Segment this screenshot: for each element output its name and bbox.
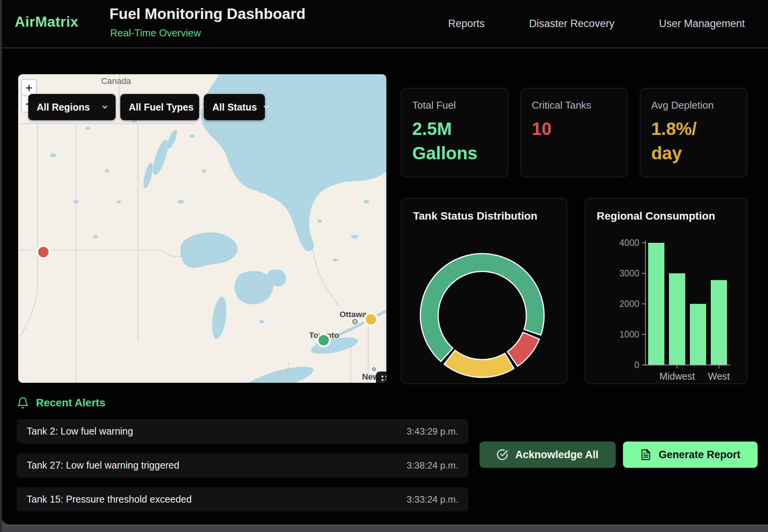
regional-consumption-card: Regional Consumption 01000200030004000Mi… xyxy=(585,198,747,384)
map-canvas: Canada Ottawa Toronto New York xyxy=(18,74,386,383)
stat-value: 1.8%/ day xyxy=(651,117,736,166)
tank-status-donut-chart xyxy=(401,198,567,383)
x-axis-tick-label: West xyxy=(708,371,730,382)
stat-card-avg-depletion: Avg Depletion 1.8%/ day xyxy=(640,88,747,177)
map-marker-normal[interactable] xyxy=(317,334,330,346)
regional-consumption-bar-chart: 01000200030004000MidwestWest xyxy=(585,198,748,383)
chevron-down-icon xyxy=(101,103,109,111)
nav-item-reports[interactable]: Reports xyxy=(448,18,485,30)
generate-report-button[interactable]: Generate Report xyxy=(623,442,758,468)
bar-Midwest xyxy=(669,273,685,365)
map-filter-row: All Regions All Fuel Types All Status xyxy=(28,94,265,120)
bar-series-0 xyxy=(648,243,664,365)
dashboard-page: AirMatrix Fuel Monitoring Dashboard Real… xyxy=(0,0,768,532)
app-container: AirMatrix Fuel Monitoring Dashboard Real… xyxy=(2,0,768,526)
fuel-type-filter-value: All Fuel Types xyxy=(129,102,194,113)
alert-timestamp: 3:43:29 p.m. xyxy=(407,426,458,437)
regions-filter-value: All Regions xyxy=(37,102,90,113)
regions-filter-dropdown[interactable]: All Regions xyxy=(28,94,116,120)
alert-row[interactable]: Tank 15: Pressure threshold exceeded 3:3… xyxy=(17,487,468,512)
stat-label: Total Fuel xyxy=(412,99,497,111)
donut-segment-warning xyxy=(444,350,514,377)
recent-alerts-title: Recent Alerts xyxy=(36,397,105,409)
alert-timestamp: 3:33:24 p.m. xyxy=(407,494,458,505)
stat-card-critical-tanks: Critical Tanks 10 xyxy=(521,88,628,177)
donut-segment-critical xyxy=(507,332,539,367)
generate-report-label: Generate Report xyxy=(659,449,741,461)
alert-row[interactable]: Tank 27: Low fuel warning triggered 3:38… xyxy=(17,453,468,477)
chevron-down-icon xyxy=(262,103,270,111)
drag-dots-icon xyxy=(380,375,386,383)
y-axis-tick-label: 1000 xyxy=(620,329,639,339)
y-axis-tick-label: 2000 xyxy=(620,299,639,309)
map-marker-critical[interactable] xyxy=(37,246,49,258)
file-text-icon xyxy=(640,449,652,460)
y-axis-tick-label: 4000 xyxy=(620,238,639,248)
acknowledge-all-label: Acknowledge All xyxy=(515,449,598,461)
nav-item-disaster-recovery[interactable]: Disaster Recovery xyxy=(529,18,614,30)
alert-message: Tank 2: Low fuel warning xyxy=(27,426,133,437)
tank-status-distribution-card: Tank Status Distribution xyxy=(401,198,567,384)
recent-alerts-heading: Recent Alerts xyxy=(17,395,105,411)
header: AirMatrix Fuel Monitoring Dashboard Real… xyxy=(2,0,768,48)
acknowledge-all-button[interactable]: Acknowledge All xyxy=(480,442,616,468)
brand-logo: AirMatrix xyxy=(15,14,79,30)
page-subtitle: Real-Time Overview xyxy=(110,27,201,39)
main-nav: Reports Disaster Recovery User Managemen… xyxy=(448,0,745,48)
bar-series-2 xyxy=(690,304,706,365)
x-axis-tick-label: Midwest xyxy=(659,371,695,382)
map-label-country: Canada xyxy=(101,76,131,86)
tank-map[interactable]: Canada Ottawa Toronto New York + − xyxy=(18,74,386,383)
alert-message: Tank 27: Low fuel warning triggered xyxy=(27,460,179,471)
stat-card-total-fuel: Total Fuel 2.5M Gallons xyxy=(401,88,508,177)
map-resize-handle[interactable] xyxy=(376,372,386,383)
y-axis-tick-label: 0 xyxy=(634,360,639,370)
stat-label: Critical Tanks xyxy=(532,99,616,111)
new-york-town-icon xyxy=(373,368,375,371)
fuel-type-filter-dropdown[interactable]: All Fuel Types xyxy=(120,94,199,120)
check-circle-icon xyxy=(497,449,508,460)
stat-value: 10 xyxy=(532,117,616,141)
nav-item-user-management[interactable]: User Management xyxy=(659,18,745,30)
status-filter-dropdown[interactable]: All Status xyxy=(204,94,265,120)
alert-row[interactable]: Tank 2: Low fuel warning 3:43:29 p.m. xyxy=(17,419,468,443)
bar-West xyxy=(711,280,727,365)
bell-icon xyxy=(17,397,29,409)
stat-label: Avg Depletion xyxy=(651,99,736,111)
y-axis-tick-label: 3000 xyxy=(620,268,639,278)
stat-value: 2.5M Gallons xyxy=(412,117,497,166)
map-marker-warning[interactable] xyxy=(365,313,377,326)
alert-timestamp: 3:38:24 p.m. xyxy=(407,460,458,471)
map-label-ottawa: Ottawa xyxy=(340,310,367,319)
page-title: Fuel Monitoring Dashboard xyxy=(109,5,305,22)
ottawa-town-icon xyxy=(353,320,357,324)
status-filter-value: All Status xyxy=(212,102,257,113)
alert-message: Tank 15: Pressure threshold exceeded xyxy=(27,494,192,505)
